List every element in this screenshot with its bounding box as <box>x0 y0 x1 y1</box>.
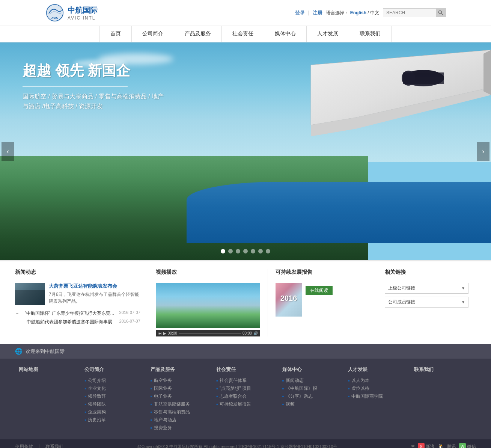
wechat-icon: W <box>459 443 466 448</box>
footer-talent-item-2: 中航国际商学院 <box>348 392 406 400</box>
video-time-current: 00:00 <box>168 331 177 335</box>
header-right: 登录 ｜ 注册 语言选择： English / 中文 <box>295 8 446 17</box>
logo-icon: AVIC <box>45 3 65 23</box>
logo-area: AVIC 中航国际 AVIC INTL <box>45 3 98 23</box>
footer-products-item-0: 航空业务 <box>151 377 209 385</box>
header-links: 登录 ｜ 注册 <box>295 9 322 16</box>
login-link[interactable]: 登录 <box>295 9 305 16</box>
member-company-dropdown[interactable]: 公司成员链接 ▼ <box>385 297 468 308</box>
wechat-link[interactable]: W 微信 <box>459 443 476 448</box>
footer-talent-title: 人才发展 <box>348 366 406 373</box>
footer-products-list: 航空业务 国际业务 电子业务 非航空供应链服务 零售与高端消费品 地产与酒店 投… <box>151 377 209 432</box>
footer-contact-title: 联系我们 <box>414 366 472 373</box>
tencent-label: 腾讯 <box>447 443 456 448</box>
news-date-1: 2016-07-07 <box>119 319 140 325</box>
footer-media-list: 新闻动态 《中航国际》报 《分享》杂志 视频 <box>282 377 340 408</box>
footer-csr-item-2: 志愿者联合会 <box>216 392 274 400</box>
report-year: 2016 <box>276 283 302 303</box>
news-section: 新闻动态 大萧齐栗飞亚达智能腕表发布会 7月6日，飞亚达在杭州发布了品牌首个轻智… <box>0 260 491 344</box>
footer-media-title: 媒体中心 <box>282 366 340 373</box>
search-button[interactable] <box>436 9 446 17</box>
footer-col-sitemap: 网站地图 <box>15 366 81 432</box>
news-link-0[interactable]: "中航国际杯" 广东青少年模拟飞行大赛东莞... <box>25 310 114 317</box>
logo-cn: 中航国际 <box>68 5 98 15</box>
hero-dot-5[interactable] <box>258 249 263 253</box>
nav-media[interactable]: 媒体中心 <box>264 26 307 42</box>
nav-csr[interactable]: 社会责任 <box>222 26 264 42</box>
news-featured-title[interactable]: 大萧齐栗飞亚达智能腕表发布会 <box>49 283 140 290</box>
news-featured-desc: 7月6日，飞亚达在杭州发布了品牌首个轻智能腕表系列产品。 <box>49 291 140 305</box>
video-bg <box>156 283 260 328</box>
footer-about-item-4: 企业架构 <box>84 408 143 416</box>
footer-col-talent: 人才发展 以人为本 虚位以待 中航国际商学院 <box>344 366 410 432</box>
hero-dot-4[interactable] <box>251 249 255 253</box>
report-read-button[interactable]: 在线阅读 <box>306 286 333 295</box>
terms-link[interactable]: 使用条款 <box>15 443 33 448</box>
footer-products-item-5: 地产与酒店 <box>151 416 209 424</box>
nav-contact[interactable]: 联系我们 <box>349 26 392 42</box>
footer-about-item-3: 领导团队 <box>84 400 143 408</box>
hero-dot-3[interactable] <box>243 249 248 253</box>
links-section-title: 相关链接 <box>385 269 468 278</box>
news-link-1[interactable]: 中航船舶代表团参加希腊波塞冬国际海事展 <box>27 319 112 325</box>
header: AVIC 中航国际 AVIC INTL 登录 ｜ 注册 语言选择： Englis… <box>0 0 491 42</box>
report-inner: 2016 在线阅读 <box>276 283 369 317</box>
hero-dot-2[interactable] <box>236 249 240 253</box>
footer-about-item-2: 领导致辞 <box>84 392 143 400</box>
nav-talent[interactable]: 人才发展 <box>307 26 349 42</box>
main-nav: 首页 公司简介 产品及服务 社会责任 媒体中心 人才发展 联系我们 <box>0 26 491 42</box>
footer-csr-item-0: 社会责任体系 <box>216 377 274 385</box>
lang-cn-link[interactable]: 中文 <box>370 10 379 15</box>
video-play-ctrl-button[interactable]: ▶ <box>163 331 166 335</box>
hero-content: 超越 领先 新国企 国际航空 / 贸易与大宗商品 / 零售与高端消费品 / 地产… <box>23 61 165 111</box>
sina-weibo-link[interactable]: S 新浪 <box>418 443 435 448</box>
footer-welcome: 🌐 欢迎来到中航国际 <box>0 344 491 359</box>
hero-divider <box>23 86 128 87</box>
news-list-item: 中航船舶代表团参加希腊波塞冬国际海事展 2016-07-07 <box>15 318 140 326</box>
footer-about-item-5: 历史沿革 <box>84 416 143 424</box>
footer-talent-list: 以人为本 虚位以待 中航国际商学院 <box>348 377 406 400</box>
video-controls: ⏮ ▶ 00:00 00:00 🔊 <box>156 330 260 336</box>
hero-next-button[interactable]: › <box>477 142 489 161</box>
video-volume-icon[interactable]: 🔊 <box>253 331 258 335</box>
footer-products-item-6: 投资业务 <box>151 424 209 432</box>
footer-about-item-0: 公司介绍 <box>84 377 143 385</box>
video-progress-bar[interactable] <box>179 333 241 334</box>
contact-us-link[interactable]: 联系我们 <box>45 443 63 448</box>
hero-prev-button[interactable]: ‹ <box>2 142 14 161</box>
sina-icon: S <box>418 443 425 448</box>
video-rewind-button[interactable]: ⏮ <box>158 331 162 335</box>
footer-products-title: 产品及服务 <box>151 366 209 373</box>
footer-csr-item-1: "点亮梦想" 项目 <box>216 385 274 392</box>
search-input[interactable] <box>383 9 436 17</box>
video-block: 视频播放 ▶ ⏮ ▶ 00:00 00:00 🔊 <box>148 269 268 336</box>
hero-dot-0[interactable] <box>221 249 225 253</box>
links-block: 相关链接 上级公司链接 ▼ 公司成员链接 ▼ <box>377 269 476 336</box>
footer-media-item-2: 《分享》杂志 <box>282 392 340 400</box>
hero-dot-6[interactable] <box>266 249 270 253</box>
lang-select: 语言选择： English / 中文 <box>326 10 379 16</box>
nav-products[interactable]: 产品及服务 <box>174 26 222 42</box>
news-list-item: "中航国际杯" 广东青少年模拟飞行大赛东莞... 2016-07-07 <box>15 309 140 318</box>
nav-home[interactable]: 首页 <box>99 26 132 42</box>
register-link[interactable]: 注册 <box>313 9 322 16</box>
news-thumb <box>15 283 45 305</box>
footer-products-item-1: 国际业务 <box>151 385 209 392</box>
svg-point-3 <box>439 11 442 14</box>
parent-company-dropdown[interactable]: 上级公司链接 ▼ <box>385 283 468 294</box>
report-section-title: 可持续发展报告 <box>276 269 369 278</box>
news-block: 新闻动态 大萧齐栗飞亚达智能腕表发布会 7月6日，飞亚达在杭州发布了品牌首个轻智… <box>15 269 148 336</box>
dropdown-arrow-2: ▼ <box>461 300 465 304</box>
footer-sitemap-title: 网站地图 <box>19 366 77 373</box>
hero-dot-1[interactable] <box>228 249 233 253</box>
footer-col-contact: 联系我们 <box>410 366 476 432</box>
tencent-link[interactable]: 腾讯 <box>447 443 456 448</box>
lang-en-link[interactable]: English <box>350 10 366 15</box>
content-section: 新闻动态 大萧齐栗飞亚达智能腕表发布会 7月6日，飞亚达在杭州发布了品牌首个轻智… <box>0 260 491 344</box>
footer-media-item-0: 新闻动态 <box>282 377 340 385</box>
video-player[interactable]: ▶ <box>156 283 260 328</box>
footer-about-item-1: 企业文化 <box>84 385 143 392</box>
footer-about-list: 公司介绍 企业文化 领导致辞 领导团队 企业架构 历史沿革 <box>84 377 143 424</box>
search-box <box>383 8 446 17</box>
nav-about[interactable]: 公司简介 <box>132 26 174 42</box>
